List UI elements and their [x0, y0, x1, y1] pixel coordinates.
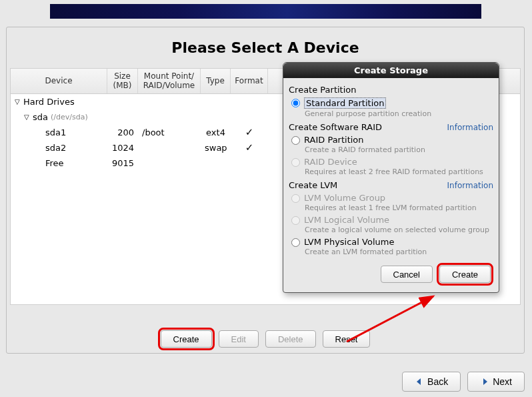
radio-lvm-pv[interactable] — [291, 238, 300, 247]
col-format[interactable]: Format — [231, 69, 268, 93]
section-create-lvm: Create LVM — [289, 180, 337, 190]
option-desc: General purpose partition creation — [305, 109, 493, 118]
option-standard-partition[interactable]: Standard Partition — [289, 97, 493, 109]
option-label: LVM Logical Volume — [304, 215, 389, 225]
format-check-icon: ✓ — [231, 126, 268, 138]
partition-type: ext4 — [201, 127, 231, 137]
delete-button: Delete — [265, 330, 316, 348]
option-label: Standard Partition — [304, 97, 386, 109]
col-mount[interactable]: Mount Point/ RAID/Volume — [138, 69, 201, 93]
option-label: RAID Partition — [304, 135, 364, 145]
radio-raid-partition[interactable] — [291, 136, 300, 145]
arrow-right-icon — [480, 377, 489, 386]
option-lvm-physical-volume[interactable]: LVM Physical Volume — [289, 237, 493, 247]
col-type[interactable]: Type — [201, 69, 231, 93]
partition-mount: /boot — [138, 127, 201, 137]
lvm-information-link[interactable]: Information — [447, 181, 493, 190]
section-create-raid: Create Software RAID — [289, 122, 382, 132]
partition-name: sda2 — [45, 143, 66, 153]
action-row: Create Edit Delete Reset — [7, 330, 524, 348]
option-desc: Create a RAID formated partition — [305, 145, 493, 154]
device-name: sda — [33, 112, 48, 122]
option-label: LVM Physical Volume — [304, 237, 394, 247]
option-desc: Requires at least 1 free LVM formated pa… — [305, 204, 493, 212]
partition-size: 1024 — [107, 143, 138, 153]
col-device[interactable]: Device — [11, 69, 107, 93]
back-label: Back — [427, 376, 448, 387]
radio-lvm-vg — [291, 194, 300, 203]
format-check-icon: ✓ — [231, 141, 268, 153]
wizard-footer: Back Next — [402, 372, 525, 392]
option-label: RAID Device — [304, 157, 357, 167]
partition-size: 9015 — [107, 158, 138, 168]
option-desc: Requires at least 2 free RAID formated p… — [305, 167, 493, 176]
device-path: (/dev/sda) — [51, 113, 88, 121]
option-desc: Create an LVM formated partition — [305, 248, 493, 256]
section-create-partition: Create Partition — [289, 85, 357, 95]
reset-button[interactable]: Reset — [323, 330, 371, 348]
back-button[interactable]: Back — [402, 372, 461, 392]
next-button[interactable]: Next — [467, 372, 525, 392]
next-label: Next — [493, 376, 512, 387]
raid-information-link[interactable]: Information — [447, 123, 493, 132]
expander-icon[interactable]: ▽ — [15, 98, 21, 105]
dialog-create-button[interactable]: Create — [439, 266, 491, 283]
option-lvm-volume-group: LVM Volume Group — [289, 193, 493, 203]
dialog-cancel-button[interactable]: Cancel — [381, 266, 433, 283]
option-lvm-logical-volume: LVM Logical Volume — [289, 215, 493, 225]
edit-button: Edit — [219, 330, 259, 348]
create-button[interactable]: Create — [161, 330, 212, 348]
dialog-title: Create Storage — [283, 63, 499, 78]
partition-name: Free — [45, 158, 64, 168]
option-raid-device: RAID Device — [289, 157, 493, 167]
installer-banner — [50, 4, 481, 19]
partition-name: sda1 — [45, 127, 66, 137]
partition-type: swap — [201, 143, 231, 153]
option-label: LVM Volume Group — [304, 193, 385, 203]
expander-icon[interactable]: ▽ — [24, 113, 31, 121]
radio-lvm-lv — [291, 216, 300, 225]
arrow-left-icon — [415, 377, 424, 386]
col-size[interactable]: Size (MB) — [107, 69, 138, 93]
radio-standard-partition[interactable] — [291, 99, 300, 107]
option-raid-partition[interactable]: RAID Partition — [289, 135, 493, 145]
partition-size: 200 — [107, 127, 138, 137]
create-storage-dialog: Create Storage Create Partition Standard… — [283, 62, 499, 293]
option-desc: Create a logical volume on selected volu… — [305, 226, 493, 234]
hard-drives-label: Hard Drives — [23, 97, 75, 107]
radio-raid-device — [291, 158, 300, 167]
